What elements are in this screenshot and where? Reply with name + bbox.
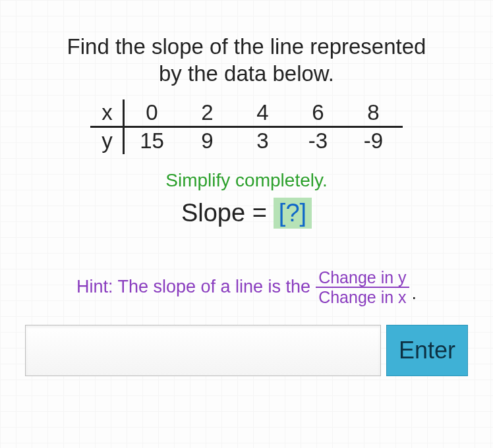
- cell: -3: [291, 128, 346, 154]
- table-row: x 0 2 4 6 8: [92, 99, 401, 126]
- cell: 15: [125, 128, 180, 154]
- simplify-text: Simplify completely.: [165, 170, 327, 191]
- y-cells: 15 9 3 -3 -9: [125, 128, 401, 154]
- cell: 6: [291, 100, 346, 125]
- answer-placeholder-box: [?]: [274, 198, 312, 229]
- question-line2: by the data below.: [159, 61, 334, 86]
- data-table: x 0 2 4 6 8 y 15 9 3 -3 -9: [90, 99, 403, 154]
- hint-prefix: Hint: The slope of a line is the: [76, 277, 310, 297]
- hint-period: .: [412, 283, 417, 304]
- row-label-y: y: [92, 128, 123, 154]
- hint-text: Hint: The slope of a line is the Change …: [76, 268, 417, 306]
- row-label-x: x: [92, 100, 123, 125]
- x-cells: 0 2 4 6 8: [125, 100, 401, 125]
- answer-row: Enter: [25, 325, 468, 376]
- cell: -9: [346, 128, 401, 154]
- cell: 3: [235, 128, 291, 154]
- cell: 0: [125, 100, 180, 125]
- table-row: y 15 9 3 -3 -9: [92, 128, 401, 154]
- cell: 4: [235, 100, 291, 125]
- hint-denominator: Change in x: [316, 288, 409, 306]
- slope-label: Slope =: [181, 199, 267, 227]
- hint-numerator: Change in y: [316, 268, 409, 288]
- answer-input[interactable]: [25, 325, 381, 376]
- cell: 2: [180, 100, 235, 125]
- cell: 8: [346, 100, 401, 125]
- slope-equation: Slope = [?]: [181, 198, 312, 229]
- question-line1: Find the slope of the line represented: [67, 34, 426, 59]
- question-text: Find the slope of the line represented b…: [67, 33, 426, 88]
- enter-button[interactable]: Enter: [386, 325, 468, 376]
- cell: 9: [180, 128, 235, 154]
- hint-fraction: Change in y Change in x: [316, 268, 409, 306]
